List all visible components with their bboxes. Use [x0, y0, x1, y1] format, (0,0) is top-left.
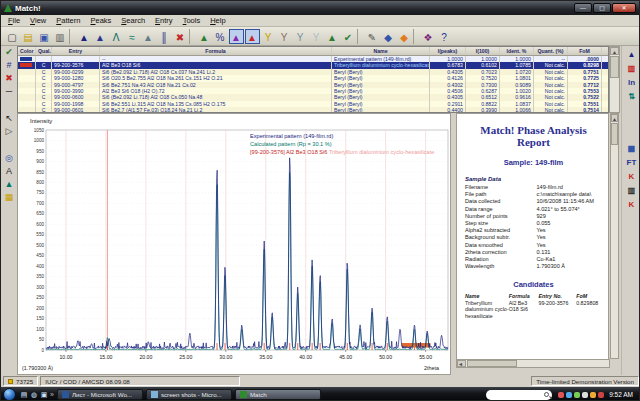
menu-pattern[interactable]: Pattern — [51, 16, 85, 25]
column-header[interactable]: Quant. (%) — [534, 47, 568, 55]
data-sheet-icon[interactable]: ▲ — [624, 48, 639, 62]
strip-alpha2-icon[interactable]: Λ — [109, 29, 124, 44]
report-field-row: Data range4.021° to 55.074° — [465, 206, 602, 213]
diffraction-chart-panel[interactable]: 5010015020025030035040045050055060065070… — [17, 113, 451, 375]
left-toolbar: ✔#✖─↖▷◎A▲▦ — [1, 46, 17, 376]
tray-icon[interactable] — [590, 392, 596, 398]
kalpha2-icon[interactable]: K — [624, 198, 639, 212]
minimize-button[interactable]: — — [574, 3, 592, 13]
quicklaunch-chevron-icon[interactable]: » — [50, 391, 54, 398]
close-button[interactable]: ✕ — [612, 3, 636, 13]
database-blue-icon[interactable]: ◆ — [381, 29, 396, 44]
help-icon[interactable]: ? — [437, 29, 452, 44]
peaks-view-icon[interactable]: ▲ — [2, 178, 16, 191]
subtract-background-icon[interactable]: ▲ — [141, 29, 156, 44]
scroll-up-icon[interactable]: ▲ — [610, 47, 619, 55]
filter-edit-icon[interactable]: Y — [293, 29, 308, 44]
column-header[interactable]: FoM — [568, 47, 602, 55]
candidate-icon[interactable]: ▲ — [325, 29, 340, 44]
restraints-alt-icon[interactable]: ▲ — [245, 29, 260, 44]
taskbar-task-лист[interactable]: Лист - Microsoft Wo... — [57, 389, 143, 400]
menu-view[interactable]: View — [25, 16, 51, 25]
new-icon[interactable]: ▢ — [5, 29, 20, 44]
menu-tools[interactable]: Tools — [178, 16, 206, 25]
y-tick-label: 550 — [36, 232, 44, 237]
grid-icon[interactable]: ▩ — [624, 142, 639, 156]
pointer-icon[interactable]: ▷ — [2, 125, 16, 138]
filter-add-icon[interactable]: Y — [277, 29, 292, 44]
scroll-left-icon[interactable]: ◄ — [457, 360, 466, 367]
title-bar[interactable]: Match! — ▢ ✕ — [1, 1, 639, 15]
column-header[interactable]: I(100) — [466, 47, 500, 55]
fom-icon[interactable]: % — [213, 29, 228, 44]
minus-icon[interactable]: ─ — [2, 85, 16, 98]
open-folder-icon[interactable]: ▤ — [21, 29, 36, 44]
column-header[interactable]: Formula — [100, 47, 332, 55]
scroll-up-icon[interactable]: ▲ — [611, 114, 618, 122]
zoom-mode-icon[interactable]: ◎ — [2, 152, 16, 165]
column-header[interactable]: Color — [18, 47, 36, 55]
tray-icon[interactable] — [558, 392, 564, 398]
pattern-icon[interactable]: ▲ — [93, 29, 108, 44]
taskbar-task-match[interactable]: Match — [235, 389, 321, 400]
scroll-thumb[interactable] — [467, 360, 517, 367]
select-arrow-icon[interactable]: ↖ — [2, 112, 16, 125]
tray-icon[interactable] — [582, 392, 588, 398]
check-candidate-icon[interactable]: ✔ — [2, 46, 16, 59]
search-match-icon[interactable]: ▲ — [197, 29, 212, 44]
menu-help[interactable]: Help — [205, 16, 230, 25]
report-horizontal-scrollbar[interactable]: ◄ — [456, 359, 610, 368]
remove-candidate-icon[interactable]: ✖ — [2, 72, 16, 85]
ln-scale-icon[interactable]: ln — [624, 76, 639, 90]
delete-pattern-icon[interactable]: ✖ — [173, 29, 188, 44]
start-button[interactable] — [3, 388, 16, 401]
tray-icon[interactable] — [566, 392, 572, 398]
tray-icon[interactable] — [574, 392, 580, 398]
kalpha1-icon[interactable]: K — [624, 170, 639, 184]
menu-search[interactable]: Search — [116, 16, 150, 25]
restraints-icon[interactable]: ▲ — [229, 29, 244, 44]
accept-icon[interactable]: ✔ — [341, 29, 356, 44]
taskbar-task-screen[interactable]: screen shots - Micro... — [146, 389, 232, 400]
column-header[interactable]: Qual. — [36, 47, 52, 55]
column-header[interactable]: Name — [332, 47, 430, 55]
smooth-data-icon[interactable]: ≈ — [125, 29, 140, 44]
explorer-icon[interactable]: ▣ — [39, 390, 49, 400]
scroll-thumb[interactable] — [610, 56, 619, 78]
diffraction-chart[interactable]: 5010015020025030035040045050055060065070… — [18, 114, 450, 374]
column-header[interactable]: Ident. % — [500, 47, 534, 55]
browser-icon[interactable]: ◍ — [29, 390, 39, 400]
column-header[interactable]: I(peaks) — [430, 47, 466, 55]
filter-icon[interactable]: Y — [261, 29, 276, 44]
ft-icon[interactable]: FT — [624, 156, 639, 170]
text-label-icon[interactable]: A — [2, 165, 16, 178]
table-scrollbar[interactable]: ▲ — [609, 46, 620, 113]
database-orange-icon[interactable]: ◆ — [397, 29, 412, 44]
peak-search-icon[interactable]: ║ — [157, 29, 172, 44]
column-chart-icon[interactable]: ▥ — [624, 62, 639, 76]
print-icon[interactable]: ▥ — [53, 29, 68, 44]
show-desktop-icon[interactable]: ▤ — [19, 390, 29, 400]
print-report-icon[interactable]: ▥ — [624, 184, 639, 198]
candidates-table[interactable]: ColorQual.EntryFormulaNameI(peaks)I(100)… — [17, 46, 609, 113]
scroll-thumb[interactable] — [611, 123, 618, 145]
save-icon[interactable]: ▣ — [37, 29, 52, 44]
y-tick-label: 600 — [36, 222, 44, 227]
edit-icon[interactable]: ✎ — [365, 29, 380, 44]
menu-file[interactable]: File — [3, 16, 25, 25]
colors-icon[interactable]: ▦ — [2, 191, 16, 204]
menu-entry[interactable]: Entry — [150, 16, 178, 25]
entry-number-icon[interactable]: # — [2, 59, 16, 72]
menu-peaks[interactable]: Peaks — [85, 16, 116, 25]
import-pattern-icon[interactable]: ▲ — [77, 29, 92, 44]
field-label: Alpha2 subtracted — [465, 227, 536, 234]
maximize-button[interactable]: ▢ — [593, 3, 611, 13]
filter-clear-icon[interactable]: Y — [309, 29, 324, 44]
user-database-icon[interactable]: ❖ — [421, 29, 436, 44]
desktop-search-input[interactable] — [486, 390, 552, 400]
rescale-icon[interactable]: ⇅ — [624, 90, 639, 104]
report-vertical-scrollbar[interactable]: ▲ — [610, 113, 619, 359]
tray-icon[interactable] — [598, 392, 604, 398]
column-header[interactable]: Entry — [52, 47, 100, 55]
table-header[interactable]: ColorQual.EntryFormulaNameI(peaks)I(100)… — [18, 47, 608, 56]
